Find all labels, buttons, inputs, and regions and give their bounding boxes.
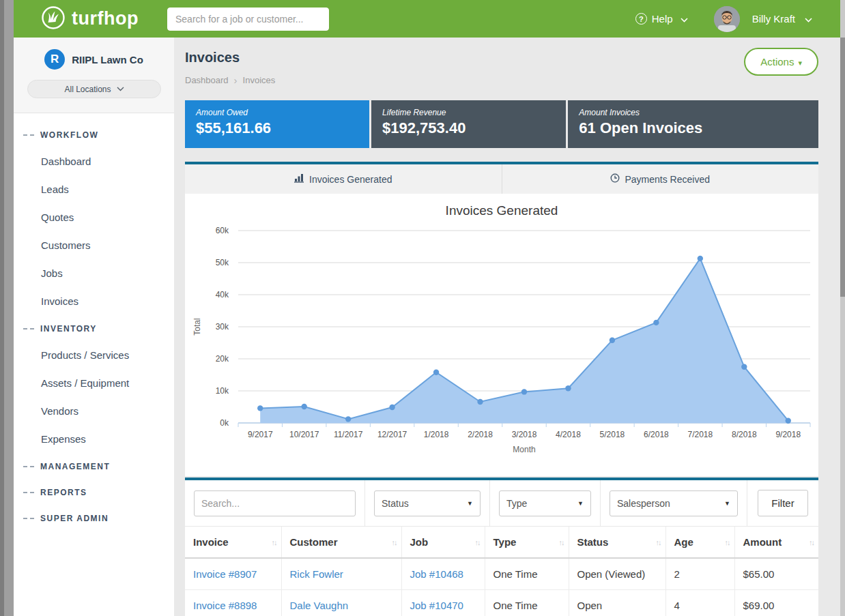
column-header-customer[interactable]: Customer↑↓	[281, 527, 401, 558]
sort-icon: ↑↓	[559, 538, 564, 546]
stats-row: Amount Owed $55,161.66 Lifetime Revenue …	[185, 100, 818, 148]
column-header-type[interactable]: Type↑↓	[485, 527, 569, 558]
stat-value: 61 Open Invoices	[579, 119, 807, 137]
sidebar-item-dashboard[interactable]: Dashboard	[14, 147, 174, 175]
svg-text:10k: 10k	[216, 386, 229, 396]
page-header: Invoices Dashboard › Invoices Actions▾	[185, 38, 818, 100]
sidebar-section-reports[interactable]: REPORTS	[14, 479, 174, 505]
global-search-input[interactable]	[167, 8, 329, 31]
company-block: R RIIPL Lawn Co All Locations	[14, 38, 174, 113]
clock-icon	[610, 173, 620, 185]
stat-label: Amount Invoices	[579, 108, 807, 117]
svg-text:12/2017: 12/2017	[377, 430, 407, 439]
svg-text:11/2017: 11/2017	[334, 430, 363, 439]
filter-button[interactable]: Filter	[758, 490, 807, 516]
invoice-link[interactable]: Invoice #8898	[193, 600, 257, 611]
page-title: Invoices	[185, 50, 818, 65]
svg-text:5/2018: 5/2018	[600, 430, 625, 439]
page-scrollbar[interactable]	[840, 0, 845, 616]
sort-icon: ↑↓	[725, 538, 730, 546]
chevron-down-icon	[117, 87, 124, 91]
job-link[interactable]: Job #10470	[410, 600, 463, 611]
column-header-amount[interactable]: Amount↑↓	[734, 527, 818, 558]
svg-text:Month: Month	[513, 445, 535, 454]
section-label: INVENTORY	[40, 324, 97, 334]
stat-label: Amount Owed	[196, 108, 358, 117]
table-search-input[interactable]	[194, 490, 356, 516]
invoice-link[interactable]: Invoice #8907	[193, 568, 257, 580]
column-header-age[interactable]: Age↑↓	[665, 527, 734, 558]
sidebar-section-inventory[interactable]: INVENTORY	[14, 315, 174, 341]
column-header-job[interactable]: Job↑↓	[401, 527, 485, 558]
locations-dropdown[interactable]: All Locations	[27, 80, 161, 98]
salesperson-select[interactable]: Salesperson ▼	[610, 490, 738, 516]
breadcrumb-dashboard[interactable]: Dashboard	[185, 75, 229, 85]
tab-invoices-generated[interactable]: Invoices Generated	[185, 164, 502, 194]
chart-title: Invoices Generated	[185, 203, 818, 218]
stat-value: $192,753.40	[382, 119, 555, 137]
caret-down-icon: ▼	[577, 500, 584, 507]
svg-text:1/2018: 1/2018	[424, 430, 449, 439]
svg-text:4/2018: 4/2018	[556, 430, 581, 439]
svg-text:2/2018: 2/2018	[468, 430, 493, 439]
chevron-down-icon[interactable]	[805, 13, 812, 25]
sidebar-item-quotes[interactable]: Quotes	[14, 203, 174, 231]
sidebar-item-expenses[interactable]: Expenses	[14, 425, 174, 453]
svg-text:7/2018: 7/2018	[687, 430, 713, 439]
invoices-table-panel: Status ▼ Type ▼ Salesperson ▼	[185, 478, 818, 616]
chevron-down-icon	[681, 13, 688, 25]
column-header-status[interactable]: Status↑↓	[569, 527, 665, 558]
sidebar-item-products-services[interactable]: Products / Services	[14, 341, 174, 369]
caret-down-icon: ▼	[724, 500, 730, 507]
dashes-icon	[23, 466, 34, 467]
caret-down-icon: ▼	[467, 500, 473, 507]
svg-text:0k: 0k	[220, 418, 229, 428]
column-header-invoice[interactable]: Invoice↑↓	[185, 527, 281, 558]
section-label: WORKFLOW	[40, 130, 98, 140]
job-link[interactable]: Job #10468	[410, 568, 463, 580]
grass-circle-icon	[41, 5, 66, 33]
select-label: Salesperson	[617, 498, 670, 509]
chevron-right-icon: ›	[234, 74, 238, 86]
sidebar-item-invoices[interactable]: Invoices	[14, 287, 174, 315]
svg-text:20k: 20k	[216, 354, 229, 364]
section-label: SUPER ADMIN	[40, 514, 109, 523]
amount-cell: $65.00	[734, 558, 818, 590]
sidebar-item-assets-equipment[interactable]: Assets / Equipment	[14, 369, 174, 397]
dashes-icon	[23, 134, 34, 136]
left-edge-strip	[0, 0, 14, 616]
invoices-generated-chart[interactable]: 0k10k20k30k40k50k60k9/201710/201711/2017…	[185, 221, 818, 472]
scrollbar-thumb[interactable]	[840, 38, 845, 297]
customer-link[interactable]: Rick Fowler	[290, 568, 343, 580]
sidebar-section-super-admin[interactable]: SUPER ADMIN	[14, 505, 174, 531]
table-row: Invoice #8907 Rick Fowler Job #10468 One…	[185, 558, 818, 590]
age-cell: 4	[665, 590, 734, 616]
navbar-right: ? Help Billy Kraft	[635, 6, 812, 32]
dashes-icon	[23, 518, 34, 519]
user-avatar[interactable]	[714, 6, 740, 32]
sidebar-item-vendors[interactable]: Vendors	[14, 397, 174, 425]
stat-card-lifetime-revenue: Lifetime Revenue $192,753.40	[371, 100, 566, 148]
sidebar-section-management[interactable]: MANAGEMENT	[14, 453, 174, 479]
type-cell: One Time	[485, 590, 569, 616]
tab-payments-received[interactable]: Payments Received	[502, 164, 819, 194]
sidebar-item-customers[interactable]: Customers	[14, 231, 174, 259]
sidebar-section-workflow[interactable]: WORKFLOW	[14, 121, 174, 147]
type-select[interactable]: Type ▼	[499, 490, 591, 516]
section-label: MANAGEMENT	[40, 462, 110, 471]
status-select[interactable]: Status ▼	[374, 490, 481, 516]
tab-label: Payments Received	[625, 174, 710, 185]
actions-button[interactable]: Actions▾	[744, 48, 818, 76]
sidebar-item-jobs[interactable]: Jobs	[14, 259, 174, 287]
brand-logo[interactable]: turfhop	[41, 5, 139, 33]
brand-name: turfhop	[72, 8, 139, 29]
help-menu[interactable]: ? Help	[635, 13, 688, 25]
main-content: Invoices Dashboard › Invoices Actions▾ A…	[174, 38, 845, 616]
svg-text:60k: 60k	[216, 226, 229, 235]
sort-icon: ↑↓	[475, 538, 480, 546]
select-label: Type	[506, 498, 527, 509]
chart-panel: Invoices Generated 0k10k20k30k40k50k60k9…	[185, 194, 818, 476]
customer-link[interactable]: Dale Vaughn	[290, 600, 349, 611]
user-menu[interactable]: Billy Kraft	[752, 13, 795, 25]
sidebar-item-leads[interactable]: Leads	[14, 175, 174, 203]
